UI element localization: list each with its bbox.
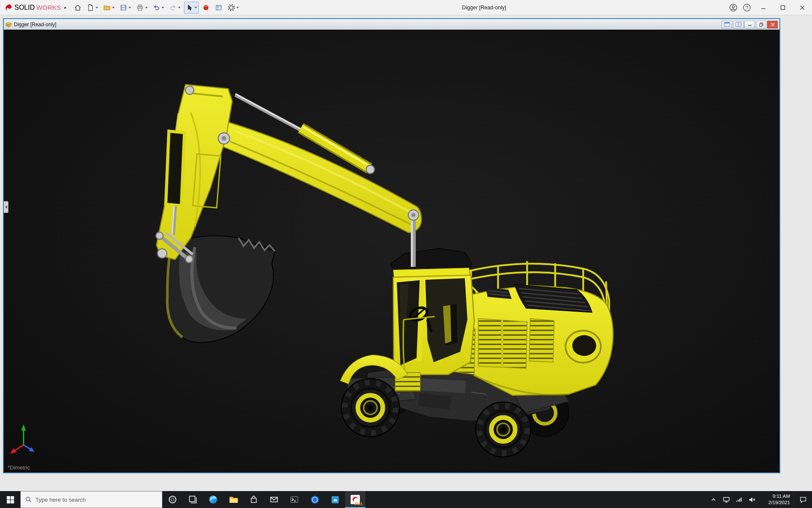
help-button[interactable]: ? (740, 0, 754, 15)
minimize-button[interactable] (754, 0, 773, 15)
solidworks-taskbar-button[interactable]: 2021 (345, 491, 365, 508)
redo-icon (169, 4, 177, 11)
maximize-icon (780, 5, 785, 10)
menu-flyout-arrow[interactable]: ▸ (64, 5, 66, 10)
network-icon (735, 496, 743, 503)
edge-icon (208, 494, 218, 505)
viewport-layout-icon (724, 22, 730, 27)
dropdown-caret (195, 7, 197, 10)
display-icon (723, 496, 730, 503)
restore-icon (759, 22, 763, 27)
clock-time: 9:11 AM (773, 493, 790, 500)
search-icon (25, 496, 32, 503)
cortana-button[interactable] (162, 491, 183, 508)
dropdown-caret (162, 7, 164, 10)
graphics-viewport[interactable]: *Dimetric (4, 30, 779, 472)
windows-start-icon (6, 496, 14, 504)
save-button[interactable] (118, 2, 133, 14)
redo-button[interactable] (167, 2, 182, 14)
feature-tree-collapse-tab[interactable] (4, 201, 8, 213)
open-button[interactable] (102, 2, 116, 14)
file-explorer-button[interactable] (223, 491, 244, 508)
account-button[interactable] (727, 0, 740, 15)
maximize-button[interactable] (773, 0, 793, 15)
undo-button[interactable] (151, 2, 166, 14)
help-icon: ? (743, 3, 751, 12)
select-tool-button[interactable] (184, 2, 199, 14)
windows-taskbar: 2021 (0, 491, 812, 508)
close-icon (800, 5, 805, 10)
pinned-app-1-button[interactable] (304, 491, 325, 508)
task-view-button[interactable] (183, 491, 203, 508)
new-document-button[interactable] (85, 2, 100, 14)
gear-icon (228, 4, 235, 11)
3dexperience-icon (202, 4, 210, 11)
3dexperience-button[interactable] (200, 2, 211, 14)
print-icon (136, 4, 144, 11)
evaluate-table-button[interactable] (213, 2, 224, 14)
view-orientation-label: *Dimetric (8, 464, 30, 471)
document-window: Digger [Read-only] (3, 18, 780, 473)
document-minimize-button[interactable] (744, 21, 755, 28)
options-button[interactable] (226, 2, 241, 14)
wheel-rear (476, 402, 531, 457)
terminal-icon (290, 495, 299, 504)
collapse-arrow-icon (3, 205, 7, 209)
app-window-title: Digger [Read-only] (241, 5, 727, 11)
pinned-app-1-icon (310, 495, 320, 505)
home-icon (74, 4, 82, 11)
chevron-up-icon (710, 497, 716, 502)
undo-icon (153, 4, 160, 11)
action-center-icon (799, 496, 807, 503)
svg-text:?: ? (746, 5, 748, 10)
home-button[interactable] (72, 2, 83, 14)
document-close-button[interactable] (767, 21, 778, 28)
app-titlebar: SOLIDWORKS ▸ (0, 0, 812, 15)
pinned-app-2-button[interactable] (325, 491, 345, 508)
system-tray: 9:11 AM 2/19/2021 (707, 491, 812, 508)
brand-solid: SOLID (14, 4, 35, 11)
display-tray-button[interactable] (720, 491, 732, 508)
dropdown-caret (96, 7, 98, 10)
account-icon (729, 3, 738, 12)
terminal-button[interactable] (284, 491, 304, 508)
document-restore-button[interactable] (756, 21, 766, 28)
pinned-app-2-icon (330, 495, 340, 505)
tray-expand-button[interactable] (707, 491, 720, 508)
task-view-icon (188, 495, 198, 504)
digger-3d-model[interactable] (4, 30, 779, 472)
start-button[interactable] (0, 491, 20, 508)
table-icon (215, 4, 222, 11)
dropdown-caret (112, 7, 115, 10)
desktop: SOLIDWORKS ▸ (0, 0, 812, 508)
minimize-icon (748, 22, 752, 26)
action-center-button[interactable] (793, 491, 812, 508)
search-input[interactable] (36, 497, 157, 503)
minimize-icon (761, 5, 766, 10)
close-button[interactable] (793, 0, 812, 15)
edge-button[interactable] (203, 491, 223, 508)
viewport-split-icon (735, 22, 741, 27)
network-tray-button[interactable] (732, 491, 745, 508)
select-cursor-icon (186, 4, 193, 11)
taskbar-clock[interactable]: 9:11 AM 2/19/2021 (758, 491, 793, 508)
document-titlebar[interactable]: Digger [Read-only] (4, 19, 779, 30)
volume-tray-button[interactable] (745, 491, 758, 508)
new-document-icon (87, 4, 94, 11)
dropdown-caret (236, 7, 239, 10)
viewport-layout-button-1[interactable] (721, 21, 732, 28)
store-button[interactable] (244, 491, 264, 508)
viewport-layout-button-2[interactable] (733, 21, 743, 28)
cortana-icon (168, 495, 177, 504)
document-title: Digger [Read-only] (14, 22, 721, 28)
store-icon (249, 495, 258, 504)
boom-cylinder (412, 217, 414, 267)
dropdown-caret (145, 7, 148, 10)
close-icon (771, 22, 775, 27)
taskbar-search[interactable] (20, 491, 162, 508)
mail-button[interactable] (264, 491, 284, 508)
open-folder-icon (103, 4, 111, 11)
brand-works: WORKS (36, 4, 61, 11)
volume-icon (748, 496, 755, 503)
print-button[interactable] (134, 2, 149, 14)
